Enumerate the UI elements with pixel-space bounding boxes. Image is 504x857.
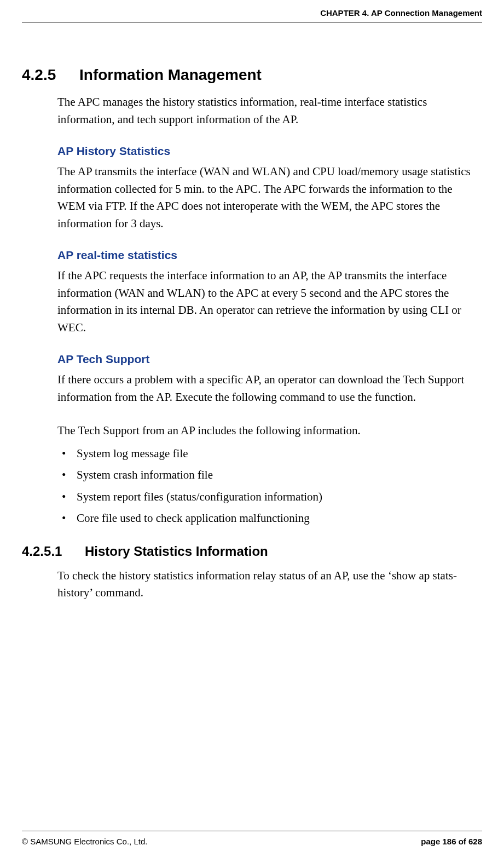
section-intro-text: The APC manages the history statistics i… bbox=[57, 94, 482, 128]
page-number: page 186 of 628 bbox=[421, 837, 482, 846]
bullet-icon: • bbox=[57, 488, 77, 506]
list-item-text: System crash information file bbox=[77, 467, 213, 484]
page-content: 4.2.5 Information Management The APC man… bbox=[22, 22, 482, 602]
page-footer: © SAMSUNG Electronics Co., Ltd. page 186… bbox=[22, 831, 482, 846]
section-number: 4.2.5 bbox=[22, 66, 79, 84]
subheading-ap-realtime: AP real-time statistics bbox=[57, 249, 482, 262]
section-heading-4-2-5: 4.2.5 Information Management bbox=[22, 66, 482, 84]
bullet-icon: • bbox=[57, 445, 77, 463]
list-item-text: Core file used to check application malf… bbox=[77, 510, 310, 527]
section-heading-4-2-5-1: 4.2.5.1 History Statistics Information bbox=[22, 544, 482, 559]
chapter-label: CHAPTER 4. AP Connection Management bbox=[320, 8, 482, 18]
ap-tech-text-2: The Tech Support from an AP includes the… bbox=[57, 422, 482, 440]
subsection-title: History Statistics Information bbox=[85, 544, 268, 559]
section-title: Information Management bbox=[79, 66, 262, 84]
copyright-text: © SAMSUNG Electronics Co., Ltd. bbox=[22, 837, 147, 846]
list-item: • System report files (status/configurat… bbox=[57, 488, 482, 506]
ap-realtime-text: If the APC requests the interface inform… bbox=[57, 267, 482, 336]
ap-tech-text-1: If there occurs a problem with a specifi… bbox=[57, 371, 482, 406]
bullet-icon: • bbox=[57, 510, 77, 527]
list-item: • System crash information file bbox=[57, 467, 482, 484]
list-item-text: System log message file bbox=[77, 445, 188, 463]
tech-support-list: • System log message file • System crash… bbox=[57, 445, 482, 527]
subsection-number: 4.2.5.1 bbox=[22, 544, 85, 559]
ap-history-text: The AP transmits the interface (WAN and … bbox=[57, 163, 482, 232]
list-item-text: System report files (status/configuratio… bbox=[77, 488, 322, 506]
list-item: • Core file used to check application ma… bbox=[57, 510, 482, 527]
page-header: CHAPTER 4. AP Connection Management bbox=[22, 0, 482, 22]
bullet-icon: • bbox=[57, 467, 77, 484]
list-item: • System log message file bbox=[57, 445, 482, 463]
subheading-ap-history: AP History Statistics bbox=[57, 145, 482, 158]
subsection-text: To check the history statistics informat… bbox=[57, 567, 482, 602]
subheading-ap-tech: AP Tech Support bbox=[57, 353, 482, 366]
